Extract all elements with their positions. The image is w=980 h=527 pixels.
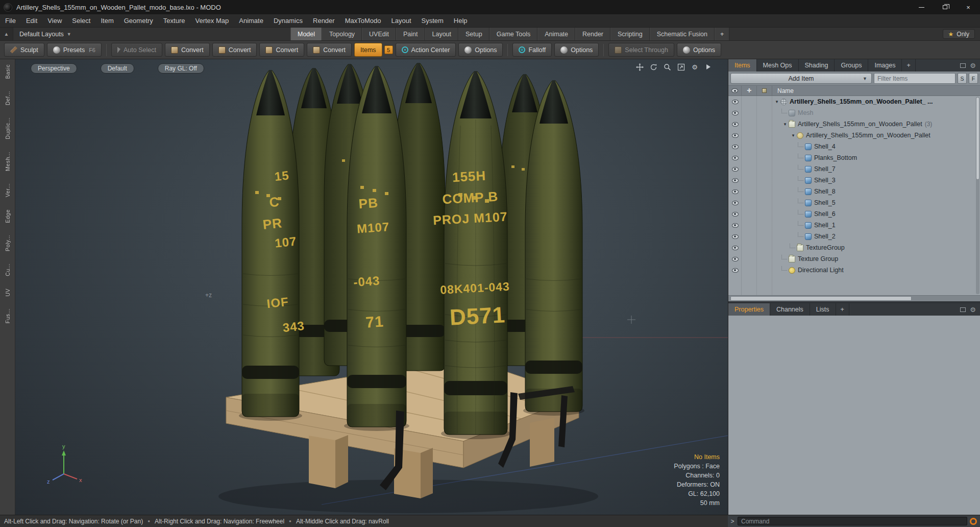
add-panel-tab-button[interactable]: + [836,303,849,316]
tab-paint[interactable]: Paint [396,28,425,40]
arrow-up-icon[interactable]: ▲ [0,28,13,40]
view-type-button[interactable]: Perspective [31,63,77,74]
visibility-eye-icon[interactable] [728,96,742,107]
expander-icon[interactable]: ▾ [790,133,797,138]
menu-dynamics[interactable]: Dynamics [268,17,308,25]
command-pie-icon[interactable] [970,518,977,525]
tab-schematic-fusion[interactable]: Schematic Fusion [650,28,715,40]
raygl-button[interactable]: Ray GL: Off [158,63,204,74]
add-panel-tab-button[interactable]: + [902,59,915,71]
menu-geometry[interactable]: Geometry [119,17,158,25]
items-mode-button[interactable]: Items [354,43,382,57]
menu-help[interactable]: Help [449,17,473,25]
auto-select-button[interactable]: Auto Select [111,43,162,57]
tree-row[interactable]: Texture Group [728,253,980,265]
tree-row[interactable]: Directional Light [728,265,980,276]
tree-row[interactable]: Shell_1 [728,220,980,231]
select-through-button[interactable]: Select Through [608,43,674,57]
side-tab-fusion[interactable]: Fus... [5,308,11,323]
visibility-eye-icon[interactable] [728,130,742,141]
artillery-shell[interactable] [525,81,582,412]
name-column-header[interactable]: Name [777,87,794,94]
menu-item[interactable]: Item [95,17,118,25]
filter-s-button[interactable]: S [958,73,967,84]
gear-icon[interactable]: ⚙ [970,62,976,69]
restore-button[interactable] [933,0,957,14]
side-tab-edge[interactable]: Edge [5,209,11,223]
side-tab-curve[interactable]: Cu... [5,264,11,276]
expander-icon[interactable]: ▾ [781,122,789,127]
tab-render[interactable]: Render [575,28,610,40]
add-item-button[interactable]: Add Item ▼ [730,73,872,84]
filter-f-button[interactable]: F [969,73,978,84]
menu-view[interactable]: View [42,17,67,25]
vertical-scrollbar[interactable] [976,97,979,294]
side-tab-vertex[interactable]: Ver... [5,183,11,197]
menu-select[interactable]: Select [67,17,95,25]
visibility-eye-icon[interactable] [728,242,742,253]
tree-row[interactable]: Shell_3 [728,175,980,186]
falloff-button[interactable]: Falloff [512,43,552,57]
visibility-eye-icon[interactable] [728,175,742,186]
gear-icon[interactable]: ⚙ [691,63,699,71]
menu-file[interactable]: File [0,17,21,25]
pan-icon[interactable] [635,63,644,71]
visibility-eye-icon[interactable] [728,197,742,208]
tab-model[interactable]: Model [290,28,322,40]
tab-setup[interactable]: Setup [458,28,489,40]
tab-game-tools[interactable]: Game Tools [489,28,537,40]
tab-properties[interactable]: Properties [728,303,770,316]
menu-edit[interactable]: Edit [21,17,42,25]
side-tab-basic[interactable]: Basic [5,64,11,79]
frame-icon[interactable] [960,63,966,68]
tab-animate[interactable]: Animate [537,28,575,40]
tree-row[interactable]: ▾ Artillery_Shells_155mm_on_Wooden_Palle… [728,130,980,141]
visibility-eye-icon[interactable] [728,208,742,220]
tree-row[interactable]: Planks_Bottom [728,152,980,163]
side-tab-duplicate[interactable]: Duplic... [5,117,11,139]
artillery-shell[interactable]: PB M107 -043 71 [347,66,406,427]
visibility-eye-icon[interactable] [728,220,742,231]
tree-row[interactable]: Shell_6 [728,208,980,220]
tab-uvedit[interactable]: UVEdit [362,28,396,40]
tab-channels[interactable]: Channels [770,303,810,316]
maximize-icon[interactable] [677,63,685,71]
action-center-button[interactable]: Action Center [396,43,456,57]
visibility-eye-icon[interactable] [728,253,742,265]
side-tab-uv[interactable]: UV [5,289,11,297]
rotate-icon[interactable] [649,63,657,71]
viewport-3d[interactable]: 15 C PR 107 IOF 343 [15,59,728,515]
visibility-eye-icon[interactable] [728,107,742,118]
tree-row[interactable]: Shell_7 [728,163,980,175]
side-tab-mesh[interactable]: Mesh... [5,152,11,171]
tab-groups[interactable]: Groups [835,59,868,71]
tab-topology[interactable]: Topology [322,28,362,40]
presets-button[interactable]: PresetsF6 [47,43,102,57]
tab-lists[interactable]: Lists [810,303,836,316]
gear-icon[interactable]: ⚙ [970,306,976,314]
tree-row[interactable]: Mesh [728,107,980,118]
action-center-options-button[interactable]: Options [458,43,503,57]
tree-row[interactable]: Shell_4 [728,141,980,152]
tree-row[interactable]: ▾ Artillery_Shells_155mm_on_Wooden_Palle… [728,118,980,130]
scrollbar-thumb[interactable] [976,97,979,180]
visibility-eye-icon[interactable] [728,141,742,152]
tab-mesh-ops[interactable]: Mesh Ops [757,59,799,71]
tree-row[interactable]: TextureGroup [728,242,980,253]
menu-render[interactable]: Render [308,17,340,25]
frame-icon[interactable] [960,307,966,312]
convert-button-2[interactable]: Convert [212,43,257,57]
convert-button-3[interactable]: Convert [259,43,304,57]
menu-texture[interactable]: Texture [158,17,190,25]
expander-icon[interactable]: ▾ [773,99,780,104]
visibility-eye-icon[interactable] [728,152,742,163]
menu-animate[interactable]: Animate [234,17,268,25]
sculpt-button[interactable]: Sculpt [4,43,44,57]
menu-vertex-map[interactable]: Vertex Map [190,17,234,25]
visibility-eye-icon[interactable] [728,265,742,276]
tree-row[interactable]: Shell_8 [728,186,980,197]
only-toggle[interactable]: ★ Only [943,29,975,39]
scrollbar-thumb[interactable] [730,296,912,301]
falloff-options-button[interactable]: Options [554,43,599,57]
shading-style-button[interactable]: Default [101,63,134,74]
